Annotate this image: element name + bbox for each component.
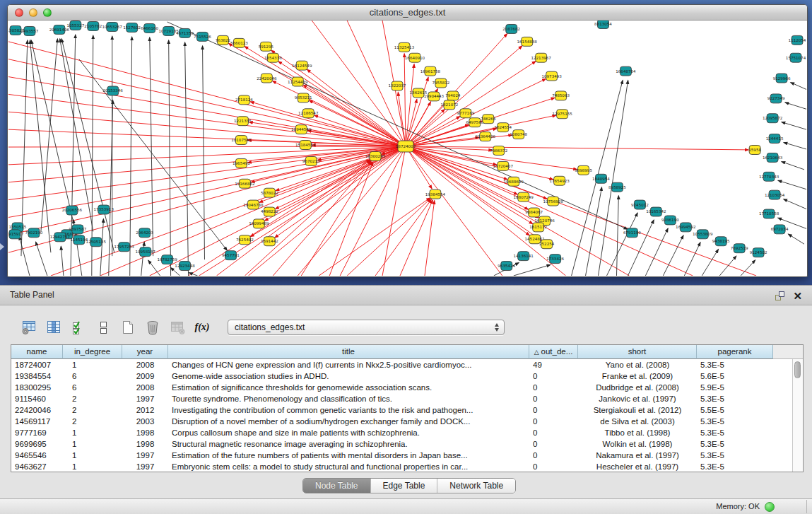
delete-column-button[interactable] [143, 318, 162, 337]
close-panel-icon[interactable]: ✕ [793, 291, 802, 300]
delete-table-button[interactable] [168, 318, 187, 337]
table-cell[interactable]: 2 [63, 393, 122, 404]
graph-node-10958187[interactable]: 10958187 [135, 247, 155, 257]
table-row[interactable]: 1830029562008Estimation of significance … [11, 382, 803, 393]
citation-edge-red[interactable] [406, 146, 748, 150]
graph-node-16210643[interactable]: 16210643 [763, 153, 783, 162]
table-cell[interactable]: 1 [63, 359, 122, 370]
graph-node-12923448[interactable]: 12923448 [175, 262, 195, 271]
citation-edge-black[interactable] [169, 40, 171, 276]
table-row[interactable]: 977716911998Corpus callosum shape and si… [11, 427, 803, 438]
graph-node-10653267[interactable]: 10653267 [102, 22, 123, 31]
table-cell[interactable]: Structural magnetic resonance image aver… [168, 438, 529, 450]
create-column-button[interactable] [119, 318, 137, 337]
zoom-window-button[interactable] [43, 8, 52, 17]
table-row[interactable]: 946554611997Estimation of the future num… [11, 450, 803, 461]
table-cell[interactable]: Wolkin et al. (1998) [578, 438, 697, 450]
graph-node-2718126[interactable]: 2718126 [235, 95, 253, 105]
table-cell[interactable]: 0 [529, 438, 578, 450]
table-cell[interactable]: 14569117 [11, 416, 63, 427]
table-cell[interactable]: Changes of HCN gene expression and I(f) … [168, 359, 529, 370]
table-cell[interactable]: Investigating the contribution of common… [168, 404, 529, 416]
table-row[interactable]: 1938455462009Genome-wide association stu… [11, 370, 803, 382]
citation-edge-red[interactable] [8, 42, 406, 146]
citation-edge-red[interactable] [8, 146, 406, 182]
graph-node-9438195[interactable]: 9438195 [712, 237, 730, 246]
graph-node-10688609[interactable]: 10688609 [504, 177, 524, 186]
table-cell[interactable]: Dudbridge et al. (2008) [578, 382, 697, 393]
citation-edge-black[interactable] [616, 196, 618, 276]
table-cell[interactable]: 0 [529, 393, 578, 404]
graph-node-8813054[interactable]: 8813054 [594, 21, 612, 28]
table-cell[interactable]: 2003 [122, 416, 168, 427]
table-cell[interactable]: Genome-wide association studies in ADHD. [168, 370, 529, 382]
citation-edge-red[interactable] [404, 54, 406, 146]
citation-edge-black[interactable] [30, 40, 50, 252]
graph-node-21364436[interactable]: 21364436 [476, 132, 496, 141]
citation-edge-black[interactable] [741, 260, 755, 276]
graph-node-12505135[interactable]: 12505135 [86, 238, 107, 247]
column-header-title[interactable]: title [168, 345, 529, 359]
table-cell[interactable]: 5.3E-5 [697, 461, 773, 472]
citation-edge-red[interactable] [8, 146, 406, 147]
graph-node-746266[interactable]: 746266 [481, 115, 496, 124]
graph-node-18724007[interactable]: 18724007 [396, 141, 416, 152]
graph-node-7902190[interactable]: 7902190 [25, 228, 43, 238]
table-cell[interactable]: 18300295 [11, 382, 63, 393]
function-builder-button[interactable]: f(x) [193, 318, 211, 337]
graph-node-15958[interactable]: 15958 [748, 146, 761, 155]
citation-edge-red[interactable] [329, 162, 373, 276]
citation-edge-red[interactable] [8, 94, 406, 146]
table-cell[interactable]: 1998 [122, 438, 168, 450]
graph-node-9227349[interactable]: 9227349 [767, 94, 785, 103]
graph-node-17654923[interactable]: 17654923 [549, 176, 570, 185]
graph-node-19384554[interactable]: 19384554 [425, 189, 446, 199]
network-graph[interactable]: 1305827249355720691406105532721057821065… [8, 21, 806, 276]
graph-node-7485063[interactable]: 7485063 [552, 91, 570, 100]
citation-edge-black[interactable] [785, 103, 806, 109]
table-cell[interactable]: 1998 [122, 427, 168, 438]
table-cell[interactable]: 0 [529, 450, 578, 461]
tab-edge-table[interactable]: Edge Table [371, 479, 438, 493]
table-cell[interactable]: 0 [529, 382, 578, 393]
citation-edge-red[interactable] [307, 69, 406, 146]
minimize-window-button[interactable] [29, 8, 37, 17]
network-canvas[interactable]: 1305827249355720691406105532721057821065… [8, 21, 806, 276]
graph-node-2087682[interactable]: 2087682 [502, 24, 520, 33]
table-row[interactable]: 2242004622012Investigating the contribut… [11, 404, 803, 416]
citation-edge-red[interactable] [406, 146, 529, 235]
table-cell[interactable]: 1 [63, 461, 122, 472]
table-cell[interactable]: 2012 [122, 404, 168, 416]
graph-node-12975155[interactable]: 12975155 [552, 110, 572, 119]
table-cell[interactable]: 2 [63, 404, 122, 416]
graph-node-1640954[interactable]: 1640954 [592, 174, 610, 183]
table-cell[interactable]: 19384554 [11, 370, 63, 382]
citation-edge-black[interactable] [586, 187, 602, 276]
graph-node-9245012[interactable]: 9245012 [631, 200, 649, 209]
tab-node-table[interactable]: Node Table [303, 479, 371, 493]
table-cell[interactable]: Disruption of a novel member of a sodium… [168, 416, 529, 427]
graph-node-16648784[interactable]: 16648784 [616, 66, 636, 76]
graph-node-763822[interactable]: 763822 [216, 35, 230, 45]
table-cell[interactable]: 0 [529, 416, 578, 427]
graph-node-16154838[interactable]: 16154838 [517, 37, 538, 46]
citation-edge-black[interactable] [782, 162, 804, 170]
citation-edge-black[interactable] [663, 235, 683, 276]
table-row[interactable]: 946362711997Embryonic stem cells: a mode… [11, 461, 803, 472]
column-header-short[interactable]: short [578, 345, 697, 359]
column-header-name[interactable]: name [11, 345, 63, 359]
table-cell[interactable]: Corpus callosum shape and size in male p… [168, 427, 529, 438]
citation-edge-black[interactable] [702, 249, 718, 276]
citation-edge-black[interactable] [684, 243, 700, 276]
graph-node-1244415[interactable]: 1244415 [766, 134, 784, 144]
graph-node-9124502[interactable]: 9124502 [750, 248, 767, 257]
table-cell[interactable]: de Silva et al. (2003) [578, 416, 697, 427]
table-cell[interactable]: 5.6E-5 [697, 370, 773, 382]
column-header-year[interactable]: year [122, 345, 168, 359]
table-cell[interactable]: Hescheler et al. (1997) [578, 461, 697, 472]
table-cell[interactable]: 5.9E-5 [697, 382, 773, 393]
table-cell[interactable]: Tibbo et al. (1998) [578, 427, 697, 438]
citation-edge-red[interactable] [275, 146, 406, 238]
table-cell[interactable]: 1 [63, 450, 122, 461]
citation-edge-black[interactable] [514, 265, 551, 276]
